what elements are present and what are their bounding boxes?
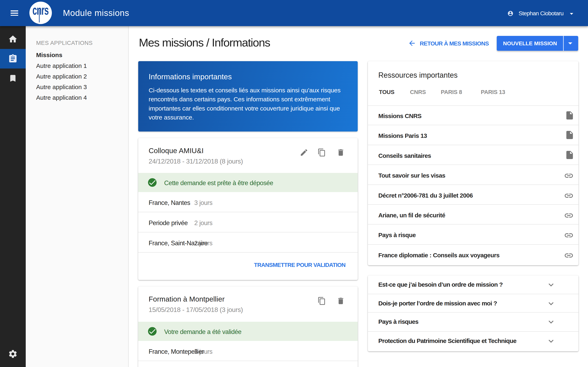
svg-text:cnrs: cnrs — [33, 3, 49, 17]
